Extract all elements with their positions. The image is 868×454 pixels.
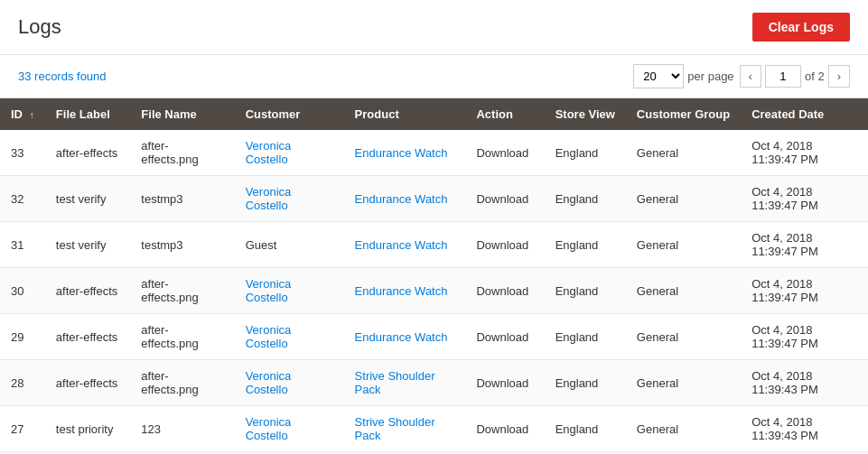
- cell-customer[interactable]: Veronica Costello: [235, 314, 344, 360]
- cell-file-name: after-effects.png: [130, 360, 234, 406]
- cell-file-label: after-effects: [45, 360, 130, 406]
- col-header-store-view: Store View: [545, 98, 626, 130]
- cell-file-name: testmp3: [130, 176, 234, 222]
- cell-store-view: England: [545, 314, 626, 360]
- cell-id: 28: [0, 360, 45, 406]
- cell-created-date: Oct 4, 2018 11:39:47 PM: [741, 268, 868, 314]
- cell-customer-group: General: [626, 130, 741, 176]
- next-page-button[interactable]: ›: [828, 65, 850, 88]
- col-header-file-name: File Name: [130, 98, 234, 130]
- cell-file-label: test priority: [45, 406, 130, 452]
- clear-logs-button[interactable]: Clear Logs: [752, 13, 850, 42]
- cell-product[interactable]: Endurance Watch: [344, 268, 466, 314]
- cell-product[interactable]: Endurance Watch: [344, 222, 466, 268]
- table-row: 27test priority123Veronica CostelloStriv…: [0, 406, 868, 452]
- cell-file-label: after-effects: [45, 268, 130, 314]
- cell-customer-group: General: [626, 360, 741, 406]
- cell-created-date: Oct 4, 2018 11:39:47 PM: [741, 176, 868, 222]
- table-row: 32test verifytestmp3Veronica CostelloEnd…: [0, 176, 868, 222]
- cell-store-view: England: [545, 268, 626, 314]
- cell-id: 30: [0, 268, 45, 314]
- cell-customer[interactable]: Veronica Costello: [235, 176, 344, 222]
- page-title: Logs: [18, 15, 61, 39]
- cell-product[interactable]: Strive Shoulder Pack: [344, 406, 466, 452]
- pagination-controls: 203050100200 per page ‹ of 2 ›: [633, 64, 850, 88]
- page-of-label: of 2: [805, 69, 825, 83]
- cell-customer-group: General: [626, 268, 741, 314]
- cell-store-view: England: [545, 360, 626, 406]
- cell-id: 33: [0, 130, 45, 176]
- cell-action: Download: [465, 130, 544, 176]
- cell-customer[interactable]: Veronica Costello: [235, 360, 344, 406]
- cell-product[interactable]: Endurance Watch: [344, 176, 466, 222]
- cell-file-label: test verify: [45, 176, 130, 222]
- cell-store-view: England: [545, 176, 626, 222]
- toolbar: 33 records found 203050100200 per page ‹…: [0, 55, 868, 98]
- per-page-select: 203050100200 per page: [633, 64, 733, 88]
- page-header: Logs Clear Logs: [0, 0, 868, 55]
- cell-id: 29: [0, 314, 45, 360]
- cell-created-date: Oct 4, 2018 11:39:43 PM: [741, 406, 868, 452]
- table-row: 29after-effectsafter-effects.pngVeronica…: [0, 314, 868, 360]
- sort-arrow-id[interactable]: ↑: [30, 110, 34, 120]
- cell-customer: Guest: [235, 222, 344, 268]
- cell-customer[interactable]: Veronica Costello: [235, 268, 344, 314]
- table-body: 33after-effectsafter-effects.pngVeronica…: [0, 130, 868, 454]
- cell-action: Download: [465, 406, 544, 452]
- prev-page-button[interactable]: ‹: [740, 65, 761, 88]
- cell-action: Download: [465, 314, 544, 360]
- logs-table-wrapper: ID ↑ File Label File Name Customer Produ…: [0, 98, 868, 454]
- cell-file-name: after-effects.png: [130, 268, 234, 314]
- cell-customer[interactable]: Veronica Costello: [235, 406, 344, 452]
- cell-created-date: Oct 4, 2018 11:39:47 PM: [741, 314, 868, 360]
- page-number-input[interactable]: [765, 65, 801, 88]
- page-navigation: ‹ of 2 ›: [740, 65, 850, 88]
- cell-file-name: testmp3: [130, 222, 234, 268]
- cell-file-name: after-effects.png: [130, 314, 234, 360]
- cell-id: 27: [0, 406, 45, 452]
- cell-product[interactable]: Endurance Watch: [344, 314, 466, 360]
- cell-created-date: Oct 4, 2018 11:39:47 PM: [741, 222, 868, 268]
- cell-customer-group: General: [626, 314, 741, 360]
- cell-product[interactable]: Strive Shoulder Pack: [344, 360, 466, 406]
- table-row: 31test verifytestmp3GuestEndurance Watch…: [0, 222, 868, 268]
- cell-store-view: England: [545, 130, 626, 176]
- cell-file-label: after-effects: [45, 314, 130, 360]
- table-row: 33after-effectsafter-effects.pngVeronica…: [0, 130, 868, 176]
- col-header-file-label: File Label: [45, 98, 130, 130]
- col-header-customer-group: Customer Group: [626, 98, 741, 130]
- records-found: 33 records found: [18, 69, 107, 83]
- cell-customer-group: General: [626, 406, 741, 452]
- logs-table: ID ↑ File Label File Name Customer Produ…: [0, 98, 868, 454]
- cell-customer[interactable]: Veronica Costello: [235, 130, 344, 176]
- col-header-id: ID ↑: [0, 98, 45, 130]
- cell-id: 32: [0, 176, 45, 222]
- cell-file-label: after-effects: [45, 130, 130, 176]
- col-header-created-date: Created Date: [741, 98, 868, 130]
- table-header: ID ↑ File Label File Name Customer Produ…: [0, 98, 868, 130]
- col-header-product: Product: [344, 98, 466, 130]
- table-row: 30after-effectsafter-effects.pngVeronica…: [0, 268, 868, 314]
- per-page-label: per page: [687, 69, 733, 83]
- cell-file-label: test verify: [45, 222, 130, 268]
- cell-store-view: England: [545, 406, 626, 452]
- col-header-customer: Customer: [235, 98, 344, 130]
- per-page-dropdown[interactable]: 203050100200: [633, 64, 684, 88]
- page-wrapper: Logs Clear Logs 33 records found 2030501…: [0, 0, 868, 454]
- cell-store-view: England: [545, 222, 626, 268]
- cell-created-date: Oct 4, 2018 11:39:47 PM: [741, 130, 868, 176]
- cell-action: Download: [465, 360, 544, 406]
- cell-customer-group: General: [626, 176, 741, 222]
- cell-file-name: after-effects.png: [130, 130, 234, 176]
- col-header-action: Action: [465, 98, 544, 130]
- cell-action: Download: [465, 176, 544, 222]
- cell-id: 31: [0, 222, 45, 268]
- cell-action: Download: [465, 222, 544, 268]
- cell-file-name: 123: [130, 406, 234, 452]
- cell-action: Download: [465, 268, 544, 314]
- cell-product[interactable]: Endurance Watch: [344, 130, 466, 176]
- table-row: 28after-effectsafter-effects.pngVeronica…: [0, 360, 868, 406]
- cell-created-date: Oct 4, 2018 11:39:43 PM: [741, 360, 868, 406]
- cell-customer-group: General: [626, 222, 741, 268]
